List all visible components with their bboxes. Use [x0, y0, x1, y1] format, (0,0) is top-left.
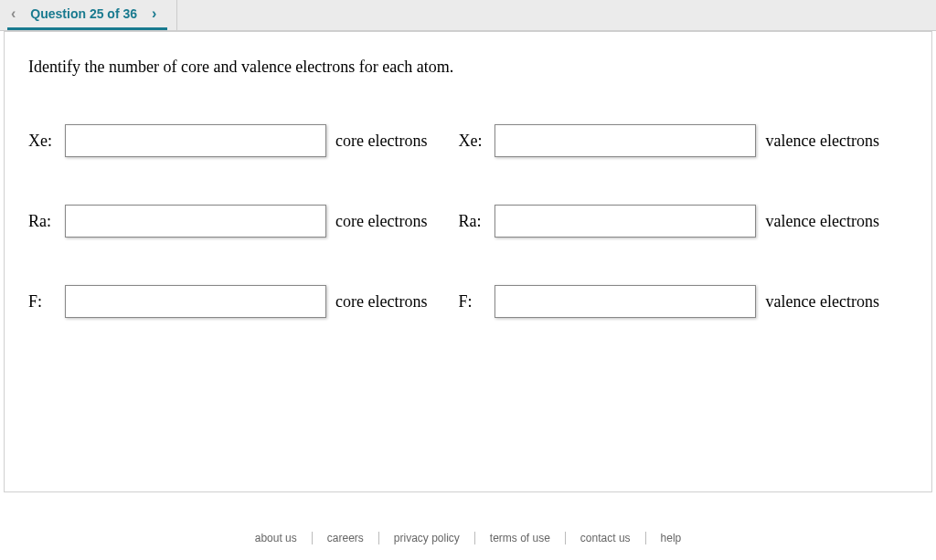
valence-label: valence electrons — [765, 212, 878, 231]
chevron-left-icon[interactable]: ‹ — [7, 5, 19, 22]
footer-contact[interactable]: contact us — [566, 532, 646, 544]
atom-label-f-core: F: — [28, 292, 65, 312]
valence-label: valence electrons — [765, 292, 878, 312]
atom-label-ra-valence: Ra: — [458, 212, 495, 231]
footer-terms[interactable]: terms of use — [475, 532, 566, 544]
footer-help[interactable]: help — [646, 532, 697, 544]
f-valence-input[interactable] — [495, 285, 756, 318]
atom-label-f-valence: F: — [458, 292, 495, 312]
question-nav-bar: ‹ Question 25 of 36 › — [0, 0, 936, 31]
core-label: core electrons — [335, 132, 427, 151]
f-core-input[interactable] — [65, 285, 326, 318]
core-label: core electrons — [335, 292, 427, 312]
ra-valence-input[interactable] — [495, 205, 756, 238]
core-label: core electrons — [335, 212, 427, 231]
atom-row-ra: Ra: core electrons Ra: valence electrons — [28, 205, 908, 238]
xe-valence-input[interactable] — [495, 124, 756, 157]
footer-careers[interactable]: careers — [313, 532, 379, 544]
atom-label-xe-core: Xe: — [28, 132, 65, 151]
question-nav-wrap: ‹ Question 25 of 36 › — [7, 0, 167, 30]
question-content: Identify the number of core and valence … — [4, 31, 932, 492]
atom-label-xe-valence: Xe: — [458, 132, 495, 151]
chevron-right-icon[interactable]: › — [148, 5, 160, 22]
question-counter: Question 25 of 36 — [19, 6, 148, 21]
input-rows: Xe: core electrons Xe: valence electrons… — [28, 124, 908, 318]
footer-privacy[interactable]: privacy policy — [379, 532, 475, 544]
ra-core-input[interactable] — [65, 205, 326, 238]
footer-about[interactable]: about us — [240, 532, 313, 544]
atom-row-xe: Xe: core electrons Xe: valence electrons — [28, 124, 908, 157]
valence-label: valence electrons — [765, 132, 878, 151]
xe-core-input[interactable] — [65, 124, 326, 157]
nav-separator — [176, 0, 177, 30]
question-prompt: Identify the number of core and valence … — [28, 58, 908, 77]
footer-links: about us careers privacy policy terms of… — [0, 520, 936, 556]
atom-label-ra-core: Ra: — [28, 212, 65, 231]
atom-row-f: F: core electrons F: valence electrons — [28, 285, 908, 318]
